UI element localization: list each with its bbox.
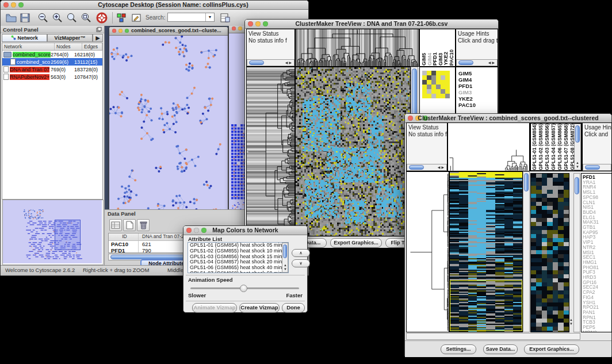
usage-hints-hscrollbar[interactable] <box>583 164 611 171</box>
annotation-icon[interactable] <box>131 12 143 24</box>
save-button[interactable] <box>19 12 31 24</box>
heatmap-canvas[interactable] <box>450 172 522 332</box>
column-label[interactable]: GPL51-04 (GSM857) <box>550 124 557 170</box>
column-labels-vscrollbar[interactable]: ▲▼ <box>574 124 581 170</box>
column-label[interactable]: GPL51-03 (GSM856) <box>544 124 550 170</box>
table-import-icon[interactable] <box>219 12 231 24</box>
network1-canvas[interactable] <box>109 36 228 209</box>
treeview2-vscrollbar[interactable] <box>523 171 530 332</box>
column-label[interactable]: GPL51-06 (GSM865) <box>557 124 563 170</box>
attribute-list-vscrollbar[interactable]: ▲▼ <box>282 243 288 273</box>
scrollbar-thumb[interactable] <box>409 165 424 170</box>
delete-attribute-icon[interactable] <box>137 219 150 231</box>
move-down-button[interactable]: ∨ <box>292 259 310 267</box>
column-label[interactable]: PFD1 <box>432 52 438 66</box>
attribute-item[interactable]: GPL51-07 (GSM868) heat shock 60 min <box>188 271 288 273</box>
help-lifering-icon[interactable] <box>95 12 108 24</box>
slider-thumb[interactable] <box>240 285 247 292</box>
scrollbar-arrows[interactable]: ◀▶ <box>488 60 496 66</box>
gene-label[interactable]: GIM5 <box>458 70 498 76</box>
float-panel-icon[interactable] <box>96 27 102 32</box>
treeview2-zoom-heatmap[interactable] <box>530 173 569 332</box>
tab-overflow-arrow[interactable]: ▶ <box>93 34 103 42</box>
view-status-hscrollbar[interactable]: ◀▶ <box>407 164 447 171</box>
attribute-table-icon[interactable] <box>109 219 122 231</box>
scrollbar-arrows[interactable]: ▲▼ <box>576 161 579 169</box>
scrollbar-thumb[interactable] <box>458 60 473 65</box>
column-dendrogram-canvas[interactable] <box>448 123 529 171</box>
network-overview-canvas[interactable] <box>3 200 102 263</box>
network-overview-panel[interactable] <box>2 200 104 265</box>
zoom-in-icon[interactable] <box>51 12 63 24</box>
tab-network[interactable]: Network <box>2 34 47 42</box>
gene-label[interactable]: YKE2 <box>458 95 498 102</box>
network-tree-row[interactable]: combined_scores2764(0)16218(0) <box>2 51 102 58</box>
column-label[interactable]: GPL51-07 (GSM868) <box>563 124 569 170</box>
save-data-button[interactable]: Save Data... <box>483 344 518 354</box>
search-input[interactable]: ▼ <box>167 13 215 22</box>
minimize-icon[interactable] <box>11 2 16 7</box>
scrollbar-arrows[interactable]: ▲▼ <box>284 263 287 271</box>
network-tree-row[interactable]: DNA and Tran 07769(0)183728(0) <box>2 66 102 73</box>
gene-label[interactable]: PFD1 <box>458 83 498 89</box>
column-label[interactable]: GIM3 <box>438 53 443 66</box>
create-vizmap-button[interactable]: Create Vizmap <box>239 303 280 313</box>
treeview2-column-dendrogram[interactable] <box>447 122 530 171</box>
done-button[interactable]: Done <box>282 303 305 313</box>
new-attribute-icon[interactable] <box>123 219 136 231</box>
network-tree-row[interactable]: combined_sco2569(6)13112(15) <box>2 58 102 66</box>
gene-label[interactable]: GIM3 <box>458 89 498 95</box>
treeview1-title-bar[interactable]: ClusterMaker TreeView : DNA and Tran 07-… <box>245 20 498 29</box>
treeview2-gene-list[interactable]: PFD1YRA1RNR4MSL1SPC98CLN1NIS1BUD4ELG1MAK… <box>581 173 612 332</box>
column-label[interactable]: PAC10 <box>449 49 454 66</box>
zoom-window-icon[interactable] <box>18 2 24 7</box>
zoom-window-icon[interactable] <box>125 29 129 33</box>
column-labels[interactable]: GPL51-01 (GSM854)GPL51-02 (GSM855)GPL51-… <box>531 124 581 170</box>
gene-list-vscrollbar[interactable] <box>573 173 580 332</box>
treeview2-row-dendrogram[interactable] <box>406 171 449 332</box>
close-icon[interactable] <box>3 2 9 7</box>
tab-vizmapper[interactable]: VizMapper™ <box>47 34 93 42</box>
move-up-button[interactable]: ∧ <box>292 249 310 257</box>
main-title-bar[interactable]: Cytoscape Desktop (Session Name: collins… <box>1 1 308 10</box>
row-dendrogram-canvas[interactable] <box>407 172 449 332</box>
export-graphics-button[interactable]: Export Graphics... <box>524 344 579 354</box>
scrollbar-thumb[interactable] <box>283 244 287 258</box>
close-icon[interactable] <box>112 29 116 33</box>
scrollbar-thumb[interactable] <box>524 173 529 191</box>
treeview2-hscrollbar[interactable] <box>406 333 580 340</box>
dialog-title-bar[interactable]: Map Colors to Network <box>183 226 307 235</box>
column-label[interactable]: GPL51-01 (GSM854) <box>531 124 538 170</box>
scrollbar-thumb[interactable] <box>585 165 600 170</box>
network-tree-row[interactable]: RNAPuberNov2+563(0)107847(0) <box>2 73 102 81</box>
zoom-heatmap-canvas[interactable] <box>531 174 569 332</box>
zoom-out-icon[interactable] <box>37 12 49 24</box>
usage-hints-hscrollbar[interactable]: ◀▶ <box>456 59 498 66</box>
minimize-icon[interactable] <box>118 29 123 33</box>
node-attributes-icon[interactable] <box>116 12 128 24</box>
scrollbar-thumb[interactable] <box>575 177 579 194</box>
attribute-list[interactable]: GPL51-01 (GSM854) heat shock 05 minGPL51… <box>188 242 289 273</box>
treeview1-column-dendrogram[interactable] <box>295 29 419 67</box>
treeview1-heatmap[interactable] <box>295 67 411 236</box>
column-label[interactable]: GPL51-02 (GSM855) <box>538 124 544 170</box>
view-status-hscrollbar[interactable]: ◀▶ <box>247 59 294 66</box>
zoom-fit-icon[interactable] <box>66 12 78 24</box>
column-label[interactable]: GIM4 <box>427 53 433 66</box>
scrollbar-arrows[interactable]: ◀▶ <box>285 60 293 66</box>
animate-vizmap-button[interactable]: Animate Vizmap <box>192 303 237 313</box>
column-label[interactable]: GIM5 <box>421 53 427 66</box>
scrollbar-arrows[interactable]: ◀▶ <box>438 164 445 170</box>
window-controls[interactable] <box>3 2 24 7</box>
treeview1-column-labels[interactable]: GIM5GIM4PFD1GIM3YKE2PAC10 <box>419 29 456 67</box>
gene-label[interactable]: MON2 <box>583 330 611 332</box>
heatmap-canvas[interactable] <box>296 67 410 236</box>
treeview2-title-bar[interactable]: ClusterMaker TreeView : combined_scores_… <box>405 114 611 123</box>
zoom-selected-icon[interactable] <box>80 12 92 24</box>
treeview1-row-dendrogram[interactable] <box>246 67 295 236</box>
gene-label[interactable]: GIM4 <box>458 76 498 83</box>
chevron-down-icon[interactable]: ▼ <box>205 13 214 21</box>
correlation-matrix[interactable] <box>422 71 450 98</box>
column-dendrogram-canvas[interactable] <box>296 29 419 66</box>
treeview2-heatmap[interactable] <box>449 171 523 332</box>
